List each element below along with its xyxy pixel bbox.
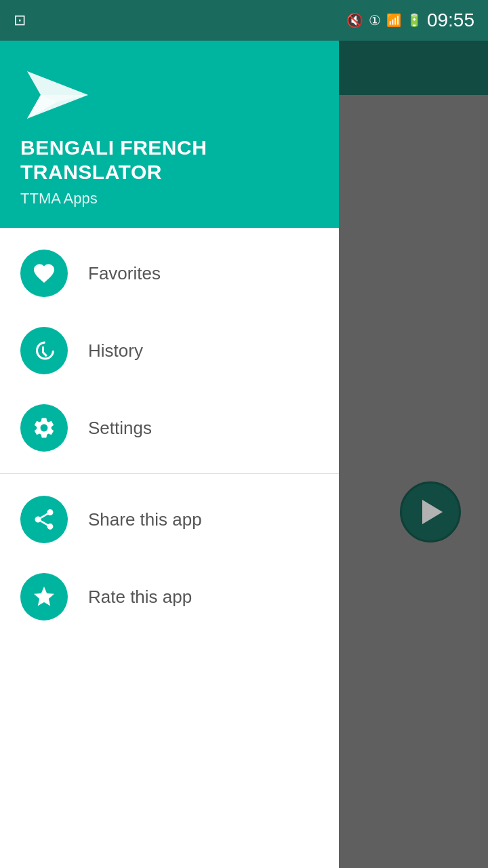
rate-label: Rate this app [88,587,192,608]
settings-label: Settings [88,418,152,439]
notification-icon: ① [369,12,381,28]
history-label: History [88,340,143,361]
history-icon-circle [20,327,68,374]
sidebar-item-rate[interactable]: Rate this app [0,558,339,635]
status-bar-left: ⊡ [14,12,26,29]
status-bar-right: 🔇 ① 📶 🔋 09:55 [346,9,474,31]
share-label: Share this app [88,509,202,530]
app-developer: TTMA Apps [20,190,319,208]
battery-icon: 🔋 [407,13,422,28]
settings-icon-circle [20,404,68,452]
main-container: FRENCH BENGALI FRENCH TRANSLATOR TTMA Ap… [0,41,488,868]
sidebar-app-info: BENGALI FRENCH TRANSLATOR TTMA Apps [20,129,319,208]
signal-bars-icon: 📶 [386,13,401,28]
rate-icon-circle [20,573,68,620]
paper-plane-icon [20,64,95,125]
nav-divider [0,473,339,474]
sidebar-item-settings[interactable]: Settings [0,389,339,467]
sidebar-item-favorites[interactable]: Favorites [0,235,339,312]
share-icon [32,507,56,532]
status-bar: ⊡ 🔇 ① 📶 🔋 09:55 [0,0,488,41]
favorites-label: Favorites [88,263,161,284]
screenshot-icon: ⊡ [14,12,26,29]
app-logo [20,61,95,129]
sidebar-drawer: BENGALI FRENCH TRANSLATOR TTMA Apps Favo… [0,41,339,868]
sidebar-item-history[interactable]: History [0,312,339,389]
sidebar-header: BENGALI FRENCH TRANSLATOR TTMA Apps [0,41,339,228]
star-icon [32,585,56,609]
share-icon-circle [20,496,68,543]
bluetooth-mute-icon: 🔇 [346,12,363,28]
sidebar-scrim[interactable] [339,41,488,868]
heart-icon [32,261,56,285]
sidebar-nav: Favorites History Settings [0,228,339,868]
favorites-icon-circle [20,250,68,297]
app-name: BENGALI FRENCH TRANSLATOR [20,136,319,184]
sidebar-item-share[interactable]: Share this app [0,481,339,558]
gear-icon [32,416,56,440]
clock-icon [32,338,56,363]
status-time: 09:55 [427,9,474,31]
